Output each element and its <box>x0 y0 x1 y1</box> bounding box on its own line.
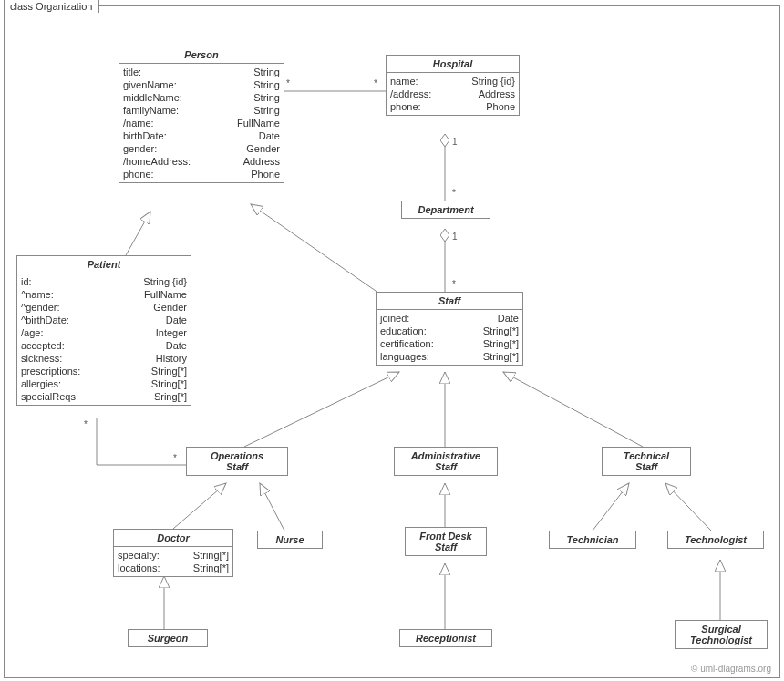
attr-name: phone: <box>123 168 154 181</box>
class-hospital: Hospital name:String {id}/address:Addres… <box>386 55 520 116</box>
attr-type: String {id} <box>471 75 515 88</box>
attr-row: /homeAddress:Address <box>123 155 280 168</box>
attr-type: Sring[*] <box>154 390 187 403</box>
attr-name: /address: <box>390 88 431 100</box>
attr-name: ^birthDate: <box>21 314 69 326</box>
attr-type: String[*] <box>193 562 229 574</box>
mult-hosp-dept-1: 1 <box>452 137 458 147</box>
attr-row: phone:Phone <box>123 168 280 181</box>
attr-type: String <box>253 104 280 117</box>
class-title: Technologist <box>668 531 763 548</box>
attr-row: phone:Phone <box>390 100 515 113</box>
mult-patient-ops-r: * <box>173 453 177 463</box>
attr-type: Gender <box>153 301 187 314</box>
attr-name: accepted: <box>21 339 65 352</box>
attr-name: title: <box>123 66 141 78</box>
class-title: SurgicalTechnologist <box>676 621 767 648</box>
attr-row: givenName:String <box>123 78 280 91</box>
attr-name: certification: <box>380 337 434 350</box>
attr-row: accepted:Date <box>21 339 187 352</box>
attr-name: specialReqs: <box>21 390 78 403</box>
attr-name: /homeAddress: <box>123 155 191 168</box>
attr-row: id:String {id} <box>21 275 187 288</box>
class-nurse: Nurse <box>257 531 323 549</box>
attr-type: Date <box>166 314 187 326</box>
attr-row: languages:String[*] <box>380 350 519 363</box>
attr-type: String <box>253 91 280 104</box>
attr-type: FullName <box>237 117 280 129</box>
attr-type: String[*] <box>483 337 519 350</box>
class-surgeon: Surgeon <box>128 629 208 647</box>
attr-type: History <box>156 352 187 365</box>
mult-hosp-dept-star: * <box>452 188 456 198</box>
class-title: Staff <box>377 293 522 310</box>
attr-type: Phone <box>486 100 515 113</box>
attr-name: phone: <box>390 100 421 113</box>
class-title: Front DeskStaff <box>406 528 486 555</box>
attr-type: String <box>253 66 280 78</box>
attr-name: education: <box>380 325 427 337</box>
attr-name: middleName: <box>123 91 182 104</box>
class-attrs: title:StringgivenName:StringmiddleName:S… <box>119 64 284 182</box>
attr-row: ^birthDate:Date <box>21 314 187 326</box>
attr-name: languages: <box>380 350 429 363</box>
attr-row: certification:String[*] <box>380 337 519 350</box>
class-staff: Staff joined:Dateeducation:String[*]cert… <box>376 292 523 366</box>
attr-name: specialty: <box>118 549 160 562</box>
attr-type: String[*] <box>151 377 187 390</box>
class-attrs: id:String {id}^name:FullName^gender:Gend… <box>17 273 191 405</box>
mult-dept-staff-star: * <box>452 279 456 289</box>
class-title: AdministrativeStaff <box>395 448 497 475</box>
attr-name: familyName: <box>123 104 179 117</box>
attr-type: Date <box>259 129 280 142</box>
attr-row: specialReqs:Sring[*] <box>21 390 187 403</box>
mult-person-hospital-r: * <box>374 78 377 88</box>
class-title: Technician <box>550 531 635 548</box>
class-title: Receptionist <box>400 630 491 646</box>
attr-name: ^gender: <box>21 301 59 314</box>
class-admin-staff: AdministrativeStaff <box>394 447 498 476</box>
class-patient: Patient id:String {id}^name:FullName^gen… <box>16 255 191 406</box>
class-title: Person <box>119 46 284 64</box>
attr-type: Date <box>166 339 187 352</box>
attr-type: Address <box>243 155 280 168</box>
attr-type: String <box>253 78 280 91</box>
attr-row: locations:String[*] <box>118 562 229 574</box>
class-receptionist: Receptionist <box>399 629 492 647</box>
attr-row: prescriptions:String[*] <box>21 365 187 377</box>
attr-row: education:String[*] <box>380 325 519 337</box>
attr-type: Address <box>479 88 515 100</box>
attr-type: Gender <box>246 142 280 155</box>
attr-row: middleName:String <box>123 91 280 104</box>
class-tech-staff: TechnicalStaff <box>602 447 691 476</box>
attr-type: String[*] <box>151 365 187 377</box>
class-title: Hospital <box>387 56 519 73</box>
frame-title: class Organization <box>4 0 99 13</box>
class-department: Department <box>401 201 490 219</box>
attr-name: sickness: <box>21 352 62 365</box>
attr-type: String[*] <box>483 350 519 363</box>
class-person: Person title:StringgivenName:Stringmiddl… <box>119 46 284 183</box>
attr-type: Integer <box>156 326 187 339</box>
attr-row: joined:Date <box>380 312 519 325</box>
class-title: OperationsStaff <box>187 448 287 475</box>
class-technologist: Technologist <box>667 531 764 549</box>
class-front-desk: Front DeskStaff <box>405 527 487 556</box>
attr-name: gender: <box>123 142 157 155</box>
attr-row: name:String {id} <box>390 75 515 88</box>
attr-row: /address:Address <box>390 88 515 100</box>
class-title: Nurse <box>258 531 322 548</box>
attr-row: gender:Gender <box>123 142 280 155</box>
class-title: Surgeon <box>129 630 207 646</box>
attr-row: ^gender:Gender <box>21 301 187 314</box>
attr-name: id: <box>21 275 32 288</box>
attr-name: ^name: <box>21 288 54 301</box>
attr-row: birthDate:Date <box>123 129 280 142</box>
class-title: Patient <box>17 256 191 273</box>
class-title: Doctor <box>114 530 232 547</box>
attr-name: /age: <box>21 326 43 339</box>
attr-row: /age:Integer <box>21 326 187 339</box>
attr-row: allergies:String[*] <box>21 377 187 390</box>
attr-row: /name:FullName <box>123 117 280 129</box>
attr-type: String[*] <box>193 549 229 562</box>
